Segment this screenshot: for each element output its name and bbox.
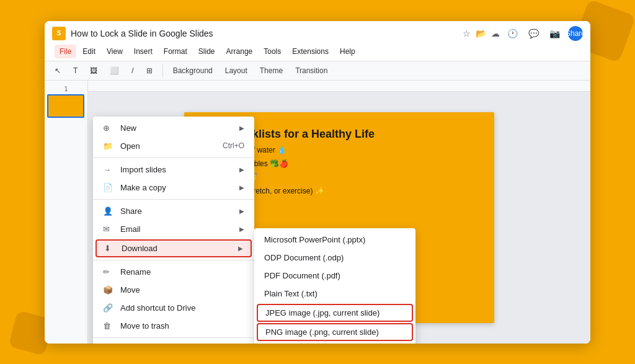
- dsub-pdf-label: PDF Document (.pdf): [264, 271, 340, 280]
- dsub-svg[interactable]: Scalable Vector Graphics (.svg, current …: [254, 342, 415, 344]
- folder-icon[interactable]: 📂: [476, 29, 486, 38]
- toolbar-separator: [162, 64, 163, 77]
- share-icon: 👤: [103, 206, 115, 216]
- download-submenu: Microsoft PowerPoint (.pptx) ODP Documen…: [254, 228, 415, 344]
- app-icon: S: [52, 27, 66, 40]
- fmenu-import-label: Import slides: [120, 165, 239, 174]
- download-icon: ⬇: [104, 244, 117, 253]
- fmenu-email[interactable]: ✉ Email ▶: [93, 220, 254, 238]
- star-icon[interactable]: ☆: [463, 29, 471, 38]
- copy-icon: 📄: [103, 183, 115, 192]
- rename-icon: ✏: [103, 267, 115, 277]
- fmenu-shortcut-label: Add shortcut to Drive: [120, 303, 244, 313]
- dsub-odp[interactable]: ODP Document (.odp): [254, 249, 415, 267]
- camera-icon[interactable]: 📷: [547, 26, 562, 41]
- ruler-horizontal: [88, 81, 590, 92]
- dsub-odp-label: ODP Document (.odp): [264, 253, 344, 262]
- main-content: 1 ✅ 5 Checklists for a Healthy Life east…: [45, 81, 590, 344]
- slide-thumb-preview: [48, 95, 83, 117]
- fmenu-move-label: Move: [120, 285, 244, 295]
- menu-file[interactable]: File: [55, 45, 76, 58]
- background-btn[interactable]: Background: [168, 64, 218, 78]
- toolbar: ↖ T 🖼 ⬜ / ⊞ Background Layout Theme Tran…: [45, 61, 590, 81]
- fmenu-new-label: New: [120, 123, 239, 133]
- menu-arrange[interactable]: Arrange: [221, 45, 258, 58]
- menu-edit[interactable]: Edit: [78, 45, 100, 58]
- fmenu-email-label: Email: [120, 224, 239, 234]
- cloud-icon[interactable]: ☁: [491, 29, 500, 38]
- fmenu-divider-3: [93, 260, 254, 260]
- new-arrow: ▶: [239, 125, 244, 131]
- fmenu-download-label: Download: [122, 244, 238, 253]
- fmenu-share-label: Share: [120, 206, 239, 216]
- copy-arrow: ▶: [239, 184, 244, 191]
- cursor-tool[interactable]: ↖: [50, 64, 66, 78]
- line-tool[interactable]: /: [127, 64, 138, 78]
- dsub-png[interactable]: PNG image (.png, current slide): [257, 323, 413, 341]
- fmenu-copy-label: Make a copy: [120, 183, 239, 192]
- window-title: How to Lock a Slide in Google Slides: [71, 29, 458, 38]
- trash-icon: 🗑: [103, 321, 115, 331]
- open-icon: 📁: [103, 141, 115, 151]
- slide-thumbnail[interactable]: [47, 94, 84, 118]
- fmenu-divider-4: [93, 337, 254, 338]
- fmenu-import[interactable]: → Import slides ▶: [93, 161, 254, 179]
- dsub-txt[interactable]: Plain Text (.txt): [254, 285, 415, 303]
- menubar: File Edit View Insert Format Slide Arran…: [52, 43, 583, 61]
- shortcut-icon: 🔗: [103, 303, 115, 313]
- fmenu-copy[interactable]: 📄 Make a copy ▶: [93, 179, 254, 197]
- dsub-png-label: PNG image (.png, current slide): [265, 327, 379, 337]
- slide-panel: 1: [45, 81, 88, 344]
- fmenu-new[interactable]: ⊕ New ▶: [93, 119, 254, 137]
- text-tool[interactable]: T: [68, 64, 82, 78]
- titlebar: S How to Lock a Slide in Google Slides ☆…: [45, 21, 590, 61]
- comment-icon[interactable]: 💬: [526, 26, 541, 41]
- menu-slide[interactable]: Slide: [193, 45, 220, 58]
- menu-insert[interactable]: Insert: [129, 45, 158, 58]
- fmenu-shortcut[interactable]: 🔗 Add shortcut to Drive: [93, 299, 254, 317]
- dsub-pptx[interactable]: Microsoft PowerPoint (.pptx): [254, 231, 415, 249]
- dsub-txt-label: Plain Text (.txt): [264, 289, 318, 298]
- fmenu-divider-1: [93, 158, 254, 158]
- menu-tools[interactable]: Tools: [259, 45, 286, 58]
- fmenu-trash[interactable]: 🗑 Move to trash: [93, 317, 254, 335]
- app-window: S How to Lock a Slide in Google Slides ☆…: [45, 21, 590, 344]
- dsub-pptx-label: Microsoft PowerPoint (.pptx): [264, 235, 365, 244]
- history-icon[interactable]: 🕐: [505, 26, 520, 41]
- dsub-jpg[interactable]: JPEG image (.jpg, current slide): [257, 304, 413, 322]
- share-button[interactable]: Share: [568, 26, 583, 41]
- menu-extensions[interactable]: Extensions: [287, 45, 334, 58]
- menu-view[interactable]: View: [102, 45, 128, 58]
- fmenu-download[interactable]: ⬇ Download ▶: [95, 239, 252, 257]
- file-menu-dropdown: ⊕ New ▶ 📁 Open Ctrl+O → Import slides ▶ …: [93, 117, 254, 344]
- open-shortcut: Ctrl+O: [223, 141, 244, 150]
- share-arrow: ▶: [239, 208, 244, 215]
- fmenu-open[interactable]: 📁 Open Ctrl+O: [93, 137, 254, 155]
- transition-btn[interactable]: Transition: [290, 64, 332, 78]
- dsub-jpg-label: JPEG image (.jpg, current slide): [265, 308, 380, 317]
- move-icon: 📦: [103, 285, 115, 295]
- new-icon: ⊕: [103, 123, 115, 133]
- image-tool[interactable]: 🖼: [85, 64, 102, 78]
- import-icon: →: [103, 165, 115, 174]
- shape-tool[interactable]: ⬜: [105, 64, 124, 78]
- fmenu-share[interactable]: 👤 Share ▶: [93, 202, 254, 220]
- fmenu-rename-label: Rename: [120, 267, 244, 277]
- download-arrow: ▶: [238, 245, 243, 252]
- layout-btn[interactable]: Layout: [220, 64, 252, 78]
- slide-number: 1: [47, 86, 85, 92]
- menu-help[interactable]: Help: [335, 45, 360, 58]
- email-arrow: ▶: [239, 226, 244, 233]
- theme-btn[interactable]: Theme: [255, 64, 288, 78]
- dsub-pdf[interactable]: PDF Document (.pdf): [254, 267, 415, 285]
- email-icon: ✉: [103, 224, 115, 234]
- fmenu-rename[interactable]: ✏ Rename: [93, 263, 254, 281]
- menu-format[interactable]: Format: [159, 45, 192, 58]
- more-tool[interactable]: ⊞: [141, 64, 158, 78]
- fmenu-trash-label: Move to trash: [120, 321, 244, 331]
- fmenu-version[interactable]: 🕐 Version history ▶: [93, 340, 254, 344]
- import-arrow: ▶: [239, 166, 244, 173]
- fmenu-divider-2: [93, 199, 254, 200]
- fmenu-move[interactable]: 📦 Move: [93, 281, 254, 299]
- fmenu-open-label: Open: [120, 141, 223, 151]
